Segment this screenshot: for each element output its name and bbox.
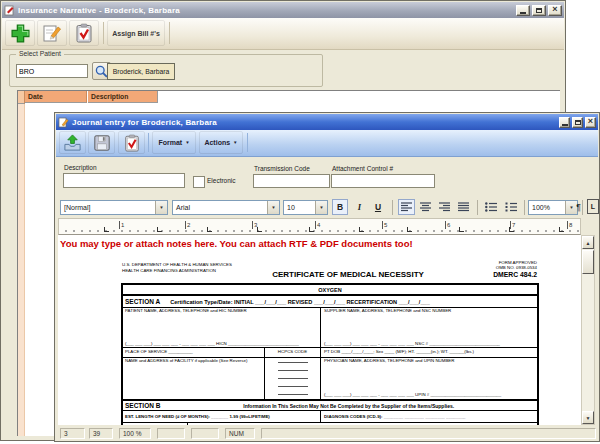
italic-button[interactable]: I — [352, 199, 367, 215]
zoom-value: 100% — [532, 204, 550, 211]
editor-scrollbar[interactable]: ▲ ▼ — [581, 235, 595, 425]
attachment-control-input[interactable] — [331, 174, 435, 188]
maximize-icon — [536, 8, 542, 13]
place-of-service-cell: PLACE OF SERVICE __________ — [123, 347, 265, 357]
toolbar-separator — [103, 22, 104, 44]
ruler[interactable]: 1 2 3 4 5 6 7 8 — [58, 218, 581, 235]
bullet-list-button[interactable] — [482, 199, 500, 215]
description-input[interactable] — [63, 173, 185, 188]
chevron-down-icon: ▼ — [315, 201, 327, 214]
ruler-tab-stop[interactable] — [459, 227, 464, 232]
chevron-down-icon: ▼ — [155, 201, 167, 214]
export-arrow-icon — [63, 133, 82, 152]
section-a-label: SECTION A — [125, 298, 160, 305]
minimize-button[interactable] — [559, 117, 570, 128]
format-menu-label: Format — [158, 139, 182, 146]
status-column-number: 39 — [89, 428, 113, 439]
supplier-cell-label: SUPPLIER NAME, ADDRESS, TELEPHONE and NS… — [324, 308, 534, 314]
pt-dob-line: PT DOB ____/____/____; Sex ____ (M/F); H… — [324, 349, 474, 355]
save-button[interactable] — [88, 131, 115, 154]
ruler-tab-stop[interactable] — [509, 227, 514, 232]
patient-search-input[interactable] — [16, 64, 88, 78]
column-header-description[interactable]: Description — [88, 91, 158, 103]
est-length-label: EST. LENGTH OF NEED (# OF MONTHS): _____… — [125, 414, 270, 420]
align-right-button[interactable] — [436, 199, 453, 215]
actions-menu-label: Actions — [204, 139, 230, 146]
chevron-down-icon: ▼ — [185, 140, 189, 145]
ruler-number: 2 — [185, 221, 190, 229]
form-title: CERTIFICATE OF MEDICAL NECESSITY — [272, 270, 424, 280]
paragraph-style-combo[interactable]: [Normal] ▼ — [60, 200, 168, 215]
window-title: Journal entry for Broderick, Barbara — [72, 118, 217, 127]
ruler-tab-stop[interactable] — [207, 227, 212, 232]
tasks-button[interactable] — [69, 20, 99, 46]
form-facility-row: NAME and ADDRESS of FACILITY if applicab… — [123, 357, 537, 399]
ruler-tab-stop[interactable] — [157, 227, 162, 232]
zoom-combo[interactable]: 100% ▼ — [528, 200, 578, 215]
scroll-up-button[interactable]: ▲ — [582, 236, 594, 249]
edit-pencil-icon — [42, 23, 62, 43]
physician-cell: PHYSICIAN NAME, ADDRESS, TELEPHONE and U… — [321, 357, 537, 399]
hcpcs-label: HCPCS CODE — [278, 349, 307, 355]
post-journal-button[interactable] — [59, 131, 86, 154]
align-justify-button[interactable] — [455, 199, 472, 215]
form-number: DMERC 484.2 — [493, 271, 537, 279]
underline-button[interactable]: U — [370, 199, 386, 215]
ruler-number: 4 — [315, 221, 320, 229]
assign-bill-button[interactable]: Assign Bill #'s — [107, 20, 165, 46]
hcpcs-blank-line — [278, 386, 308, 387]
diagnosis-cell: DIAGNOSIS CODES (ICD-9): ________ ______… — [321, 411, 537, 422]
align-left-button[interactable] — [398, 199, 415, 215]
font-size-combo[interactable]: 10 ▼ — [283, 200, 328, 215]
ruler-tab-stop[interactable] — [359, 227, 364, 232]
numbered-list-button[interactable] — [502, 199, 520, 215]
maximize-icon — [575, 120, 581, 125]
show-paragraph-marks-button[interactable]: ¶ — [572, 199, 585, 215]
edit-narrative-button[interactable] — [37, 20, 67, 46]
hcpcs-cell: HCPCS CODE — [265, 347, 321, 357]
format-menu-button[interactable]: Format ▼ — [152, 131, 196, 154]
selected-patient-badge: Broderick, Barbara — [107, 63, 175, 80]
supplier-phone-line: (___ ___ ___) ___ ___ ___ - ___ ___ ___ … — [324, 341, 538, 347]
ruler-tab-stop[interactable] — [407, 227, 412, 232]
chevron-down-icon: ▼ — [233, 140, 237, 145]
minimize-icon — [520, 12, 526, 14]
bold-button[interactable]: B — [332, 199, 348, 215]
place-of-service-label: PLACE OF SERVICE __________ — [125, 349, 193, 355]
rtf-editor[interactable]: You may type or attach notes here. You c… — [58, 235, 581, 425]
tasks-button[interactable] — [118, 131, 145, 154]
close-button[interactable]: × — [548, 5, 562, 16]
align-center-button[interactable] — [417, 199, 434, 215]
ruler-toggle-button[interactable]: L — [587, 199, 599, 214]
select-patient-label: Select Patient — [16, 50, 64, 57]
maximize-button[interactable] — [572, 117, 583, 128]
align-center-icon — [420, 202, 431, 212]
ruler-tab-stop[interactable] — [104, 227, 109, 232]
close-button[interactable]: × — [585, 117, 596, 128]
insurance-window-titlebar[interactable]: Insurance Narrative - Broderick, Barbara… — [2, 2, 564, 18]
minimize-button[interactable] — [516, 5, 530, 16]
ruler-number: 1 — [119, 221, 124, 229]
electronic-checkbox[interactable] — [193, 176, 205, 188]
description-label: Description — [64, 164, 97, 171]
status-empty-panel — [191, 428, 219, 439]
scroll-down-button[interactable]: ▼ — [582, 411, 594, 424]
ruler-tab-stop[interactable] — [257, 227, 262, 232]
supplier-cell: SUPPLIER NAME, ADDRESS, TELEPHONE and NS… — [321, 307, 537, 347]
ruler-tab-stop[interactable] — [559, 227, 564, 232]
table-corner-cell — [18, 91, 25, 104]
scrollbar-thumb[interactable] — [582, 250, 594, 274]
form-answers-row: ANSWERS ANSWER QUESTIONS 1-10. (Circle Y… — [123, 422, 537, 425]
actions-menu-button[interactable]: Actions ▼ — [199, 131, 243, 154]
align-justify-icon — [458, 202, 469, 212]
clipboard-check-icon — [74, 23, 94, 43]
transmission-code-input[interactable] — [253, 174, 330, 188]
column-header-date[interactable]: Date — [25, 91, 87, 103]
add-narrative-button[interactable] — [5, 20, 35, 46]
journal-window-titlebar[interactable]: Journal entry for Broderick, Barbara × — [56, 114, 598, 130]
maximize-button[interactable] — [532, 5, 546, 16]
font-family-combo[interactable]: Arial ▼ — [172, 200, 280, 215]
physician-label: PHYSICIAN NAME, ADDRESS, TELEPHONE and U… — [324, 358, 536, 364]
upin-line: (___ ___ ___) ___ ___ ___ - ___ ___ ___ … — [324, 392, 538, 398]
ruler-tab-stop[interactable] — [309, 227, 314, 232]
